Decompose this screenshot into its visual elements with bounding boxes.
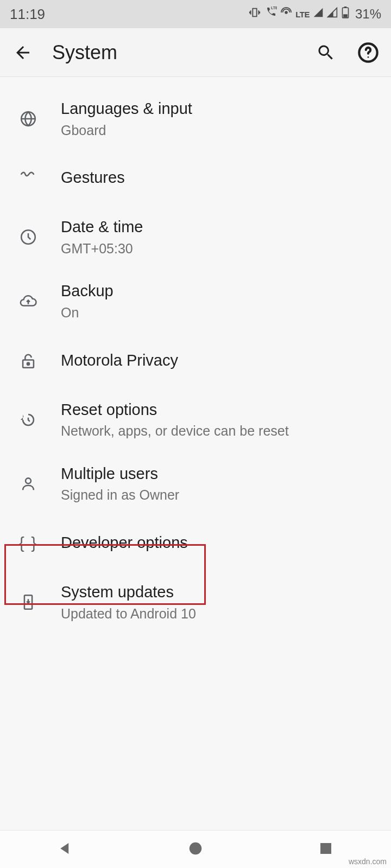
vibrate-icon — [249, 7, 261, 22]
item-title: Multiple users — [61, 464, 179, 484]
search-button[interactable] — [313, 40, 339, 66]
svg-rect-14 — [320, 843, 331, 854]
lte-indicator: LTE — [295, 10, 310, 19]
unlock-icon — [12, 352, 45, 370]
battery-icon — [341, 7, 350, 22]
help-button[interactable] — [355, 40, 381, 66]
svg-rect-4 — [343, 14, 348, 17]
item-subtitle: Gboard — [61, 122, 192, 139]
back-button[interactable] — [10, 40, 36, 66]
volte-icon: LTE — [264, 6, 277, 22]
svg-point-1 — [285, 11, 288, 14]
status-time: 11:19 — [10, 6, 45, 23]
item-system-updates[interactable]: System updates Updated to Android 10 — [0, 570, 391, 634]
item-title: Date & time — [61, 217, 143, 238]
nav-home-button[interactable] — [187, 840, 204, 859]
item-languages-input[interactable]: Languages & input Gboard — [0, 87, 391, 151]
gesture-icon — [12, 169, 45, 187]
item-subtitle: Updated to Android 10 — [61, 605, 196, 623]
item-subtitle: GMT+05:30 — [61, 240, 143, 258]
status-icons: LTE LTE 31% — [249, 6, 381, 22]
item-motorola-privacy[interactable]: Motorola Privacy — [0, 334, 391, 388]
globe-icon — [12, 110, 45, 128]
item-title: Developer options — [61, 533, 188, 553]
item-title: System updates — [61, 582, 196, 603]
hotspot-icon — [280, 7, 292, 22]
person-icon — [12, 475, 45, 493]
svg-rect-3 — [344, 7, 346, 8]
item-subtitle: Network, apps, or device can be reset — [61, 422, 289, 440]
item-reset-options[interactable]: Reset options Network, apps, or device c… — [0, 388, 391, 452]
item-subtitle: On — [61, 304, 113, 322]
signal-icon-2 — [327, 7, 338, 21]
cloud-upload-icon — [12, 292, 45, 310]
page-title: System — [52, 41, 297, 64]
clock-icon — [12, 228, 45, 246]
nav-recent-button[interactable] — [318, 840, 334, 859]
signal-icon — [313, 7, 324, 21]
svg-point-6 — [368, 56, 369, 58]
svg-text:LTE: LTE — [271, 6, 277, 10]
item-title: Gestures — [61, 168, 125, 188]
item-gestures[interactable]: Gestures — [0, 151, 391, 205]
phone-download-icon — [12, 593, 45, 611]
reset-icon — [12, 411, 45, 429]
item-developer-options[interactable]: { } Developer options — [0, 516, 391, 570]
nav-back-button[interactable] — [57, 840, 73, 859]
svg-point-13 — [190, 842, 202, 854]
svg-point-11 — [26, 478, 31, 483]
battery-percentage: 31% — [355, 7, 381, 22]
braces-icon: { } — [12, 534, 45, 552]
svg-point-10 — [27, 362, 29, 365]
navigation-bar — [0, 830, 391, 868]
app-bar: System — [0, 28, 391, 77]
item-title: Motorola Privacy — [61, 350, 178, 371]
item-title: Backup — [61, 281, 113, 302]
status-bar: 11:19 LTE LTE 31% — [0, 0, 391, 28]
item-title: Languages & input — [61, 99, 192, 119]
item-title: Reset options — [61, 400, 289, 420]
settings-list: Languages & input Gboard Gestures Date &… — [0, 77, 391, 634]
item-subtitle: Signed in as Owner — [61, 486, 179, 504]
item-multiple-users[interactable]: Multiple users Signed in as Owner — [0, 452, 391, 516]
item-date-time[interactable]: Date & time GMT+05:30 — [0, 205, 391, 269]
watermark: wsxdn.com — [349, 857, 387, 866]
item-backup[interactable]: Backup On — [0, 269, 391, 333]
